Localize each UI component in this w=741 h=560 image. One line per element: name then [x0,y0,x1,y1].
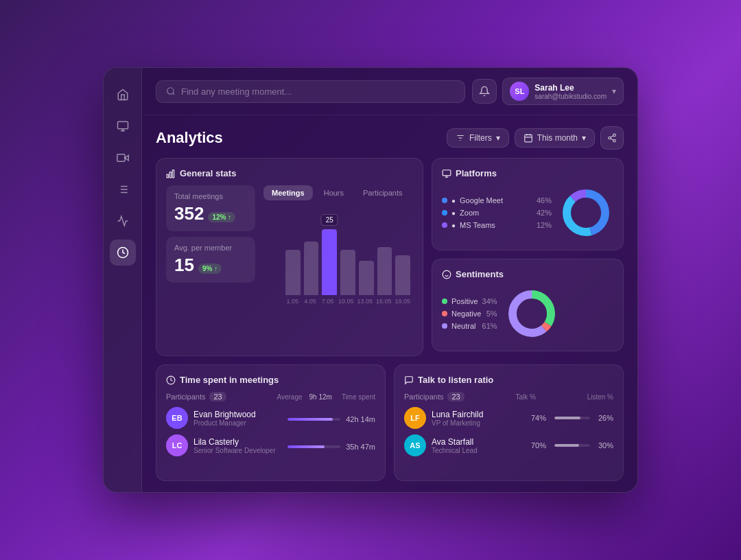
date-filter-button[interactable]: This month ▾ [515,128,595,148]
chart-labels: 1.054.057.0510.0513.0516.0519.05 [283,298,413,305]
avg-per-member-value: 15 9% ↑ [174,255,247,276]
time-spent-card: Time spent in meetings Participants 23 A… [156,364,386,481]
sentiments-wrapper: Positive 34% Negative 5% Neutral 61% [442,286,613,341]
filters-chevron: ▾ [496,133,500,143]
search-icon [166,86,176,96]
bar-group [395,255,410,295]
donut-chart-svg [558,185,613,240]
platforms-card: Platforms ● Google Meet 46% ● Zoom 42% ●… [432,158,624,250]
person-avatar: LC [166,434,188,456]
bar: 25 [322,229,337,295]
user-name: Sarah Lee [534,83,607,93]
sentiment-item: Neutral 61% [442,322,497,330]
sentiment-label: Positive [451,297,478,305]
svg-marker-3 [125,155,128,161]
svg-rect-26 [167,174,168,178]
person-role: VP of Marketing [432,419,526,427]
svg-line-24 [611,139,613,140]
sidebar-item-monitor[interactable] [110,113,136,139]
search-placeholder: Find any meeting moment... [181,86,292,97]
page-header: Analytics Filters ▾ This month ▾ [156,126,624,150]
platform-name: Zoom [460,209,479,217]
bar-fill [287,445,325,448]
person-info: Evan Brightwood Product Manager [193,410,282,427]
time-spent-title: Time spent in meetings [166,375,375,385]
sidebar-item-home[interactable] [110,82,136,108]
time-bar-wrap: 35h 47m [287,443,376,451]
calendar-icon [524,133,533,143]
platforms-title: Platforms [442,168,613,178]
person-avatar: AS [404,434,426,456]
chart-label: 16.05 [376,298,392,305]
person-name: Luna Fairchild [432,410,526,419]
top-grid: General stats Total meetings 352 12% ↑ [156,158,624,356]
tab-hours[interactable]: Hours [316,185,352,200]
stats-tabs: Meetings Hours Participants [263,185,413,200]
bar [377,247,392,295]
stats-left: Total meetings 352 12% ↑ Avg. per member… [166,185,255,305]
sentiment-label: Neutral [451,322,475,330]
page-title: Analytics [156,129,223,147]
sidebar-item-clock[interactable] [110,240,136,266]
sentiment-dot [442,311,447,316]
platform-item: ● MS Teams 12% [442,221,552,229]
search-bar[interactable]: Find any meeting moment... [156,80,465,103]
ratio-bar-track [554,444,590,447]
sentiment-donut-svg [504,286,559,341]
talk-pct: 74% [531,414,550,422]
time-spent-col-label: Time spent [342,393,375,401]
ratio-bar-wrap: 70% 30% [531,441,613,450]
talk-participants-count: 23 [447,392,464,401]
talk-person-row: LF Luna Fairchild VP of Marketing 74% 26… [404,407,613,429]
bell-icon [479,86,490,97]
header: Find any meeting moment... SL Sarah Lee … [142,68,637,115]
total-meetings-label: Total meetings [174,192,247,200]
notification-button[interactable] [472,79,497,104]
sentiment-dot [442,323,447,329]
svg-point-21 [613,134,616,137]
sidebar-item-video[interactable] [110,145,136,171]
time-average-value: 9h 12m [309,393,332,401]
time-participants-row: Participants 23 Average 9h 12m Time spen… [166,392,375,401]
bar [359,261,374,295]
chart-label: 7.05 [320,298,335,305]
svg-rect-29 [443,170,451,175]
tab-meetings[interactable]: Meetings [263,185,313,200]
listen-pct: 30% [594,441,613,450]
svg-line-25 [611,136,613,137]
time-person-row: LC Lila Casterly Senior Software Develop… [166,434,375,456]
platform-dot [442,198,447,203]
sentiment-item: Positive 34% [442,297,497,305]
person-avatar: LF [404,407,426,429]
sidebar-item-list[interactable] [110,176,136,202]
tab-participants[interactable]: Participants [355,185,410,200]
person-info: Luna Fairchild VP of Marketing [432,410,526,427]
svg-rect-4 [117,154,124,162]
chart-label: 19.05 [395,298,410,305]
date-chevron: ▾ [582,133,586,143]
listen-pct: 26% [594,414,613,422]
user-profile-button[interactable]: SL Sarah Lee sarah@tubikstudio.com ▾ [502,78,624,105]
share-icon [607,133,617,143]
filters-button[interactable]: Filters ▾ [447,128,509,148]
sidebar [104,68,142,492]
bar-group: 25 [322,229,337,295]
share-button[interactable] [600,126,624,150]
sentiment-icon [442,270,451,279]
user-email: sarah@tubikstudio.com [534,93,607,100]
general-stats-title: General stats [166,168,413,178]
bar-group [377,247,392,295]
avatar: SL [510,82,529,101]
donut-wrapper: ● Google Meet 46% ● Zoom 42% ● MS Teams … [442,185,613,240]
sidebar-item-analytics[interactable] [110,208,136,234]
talk-icon [404,375,414,385]
bar [395,255,410,295]
chart-area: Meetings Hours Participants 25 1.054.057… [263,185,413,305]
filter-bar: Filters ▾ This month ▾ [447,126,624,150]
avg-per-member-box: Avg. per member 15 9% ↑ [166,237,255,283]
sentiments-card: Sentiments Positive 34% Negative 5% Neut… [432,259,624,351]
filter-icon [456,133,465,143]
talk-people-list: LF Luna Fairchild VP of Marketing 74% 26… [404,407,613,456]
bar [285,250,301,295]
user-info: Sarah Lee sarah@tubikstudio.com [534,83,607,100]
